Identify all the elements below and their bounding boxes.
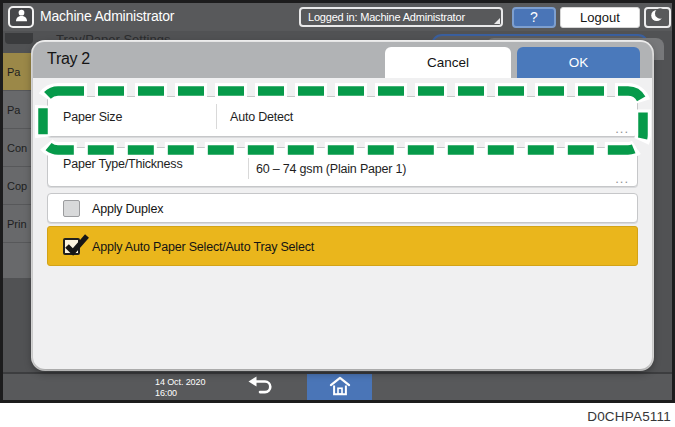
- date-text: 14 Oct. 2020: [155, 377, 205, 388]
- sidebar-item[interactable]: Pa: [3, 53, 33, 91]
- device-frame: Machine Administrator Logged in: Machine…: [0, 0, 675, 403]
- touchscreen: Machine Administrator Logged in: Machine…: [3, 3, 672, 400]
- sidebar-item[interactable]: Con: [3, 129, 33, 167]
- page-title: Machine Administrator: [40, 8, 174, 24]
- tray2-dialog: Tray 2 Cancel OK Paper Size Auto Detect …: [33, 42, 652, 369]
- more-dots-icon: ...: [615, 171, 629, 186]
- ok-button[interactable]: OK: [517, 47, 640, 78]
- person-icon: [14, 8, 29, 27]
- checkmark-icon: [64, 233, 90, 257]
- sidebar-item[interactable]: Prin: [3, 205, 33, 243]
- screenshot-figure: Machine Administrator Logged in: Machine…: [0, 0, 675, 427]
- apply-duplex-row[interactable]: Apply Duplex: [47, 193, 638, 223]
- auto-paper-select-checkbox[interactable]: [63, 238, 80, 255]
- paper-type-row[interactable]: Paper Type/Thickness 60 – 74 gsm (Plain …: [47, 147, 638, 187]
- paper-size-label: Paper Size: [63, 110, 122, 124]
- datetime-display: 14 Oct. 2020 16:00: [155, 377, 205, 398]
- energy-saver-button[interactable]: [644, 7, 671, 28]
- paper-type-value: 60 – 74 gsm (Plain Paper 1): [256, 162, 406, 176]
- auto-paper-select-label: Apply Auto Paper Select/Auto Tray Select: [92, 240, 314, 254]
- dialog-header: Tray 2 Cancel OK: [33, 42, 652, 78]
- sidebar-item[interactable]: Cop: [3, 167, 33, 205]
- cancel-button[interactable]: Cancel: [385, 47, 511, 78]
- logout-button[interactable]: Logout: [560, 7, 640, 28]
- back-arrow-icon: [247, 376, 273, 399]
- row-divider: [216, 104, 217, 129]
- logged-in-indicator[interactable]: Logged in: Machine Administrator: [299, 7, 503, 27]
- back-button[interactable]: [231, 374, 289, 400]
- apply-duplex-label: Apply Duplex: [92, 202, 163, 216]
- moon-icon: [650, 8, 665, 27]
- more-dots-icon: ...: [615, 121, 629, 136]
- figure-caption: D0CHPA5111: [0, 403, 675, 427]
- logged-in-label: Logged in: Machine Administrator: [308, 11, 465, 23]
- duplex-checkbox[interactable]: [63, 200, 80, 217]
- corner-fold-icon: [494, 18, 500, 24]
- background-menu-tab: [5, 33, 33, 44]
- help-button[interactable]: ?: [512, 7, 556, 28]
- sidebar-item[interactable]: Pa: [3, 91, 33, 129]
- paper-size-value: Auto Detect: [230, 110, 293, 124]
- top-bar: Machine Administrator Logged in: Machine…: [3, 3, 672, 31]
- dialog-title: Tray 2: [47, 50, 90, 68]
- home-icon: [329, 376, 351, 399]
- time-text: 16:00: [155, 388, 205, 399]
- paper-type-label: Paper Type/Thickness: [63, 157, 182, 171]
- auto-paper-select-row[interactable]: Apply Auto Paper Select/Auto Tray Select: [47, 226, 638, 266]
- row-divider: [248, 155, 249, 179]
- bottom-bar: 14 Oct. 2020 16:00: [3, 372, 672, 400]
- paper-size-row[interactable]: Paper Size Auto Detect ...: [47, 96, 638, 137]
- background-sidebar: Pa Pa Con Cop Prin: [3, 53, 33, 278]
- user-icon-chip[interactable]: [8, 6, 34, 28]
- home-button[interactable]: [307, 374, 372, 400]
